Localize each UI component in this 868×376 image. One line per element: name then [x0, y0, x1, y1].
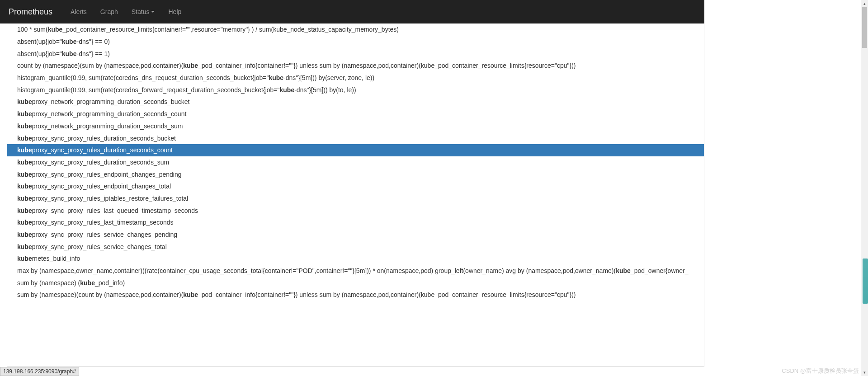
autocomplete-item[interactable]: absent(up{job="kube-dns"} == 0) [7, 36, 704, 48]
autocomplete-item[interactable]: kubeproxy_sync_proxy_rules_service_chang… [7, 240, 704, 253]
autocomplete-item[interactable]: histogram_quantile(0.99, sum(rate(coredn… [7, 84, 704, 96]
autocomplete-item[interactable]: kubeproxy_sync_proxy_rules_duration_seco… [7, 132, 704, 144]
match-highlight: kube [17, 230, 32, 239]
match-highlight: kube [17, 158, 32, 167]
autocomplete-item[interactable]: kubeproxy_sync_proxy_rules_endpoint_chan… [7, 180, 704, 193]
match-highlight: kube [17, 242, 32, 251]
autocomplete-dropdown[interactable]: 100 * sum(kube_pod_container_resource_li… [7, 24, 704, 367]
brand[interactable]: Prometheus [7, 7, 59, 17]
match-highlight: kube [62, 49, 77, 58]
autocomplete-item[interactable]: kubeproxy_sync_proxy_rules_last_timestam… [7, 216, 704, 229]
match-highlight: kube [17, 218, 32, 227]
match-highlight: kube [183, 290, 198, 299]
nav-item-status[interactable]: Status [125, 1, 162, 22]
autocomplete-item[interactable]: 100 * sum(kube_pod_container_resource_li… [7, 24, 704, 36]
autocomplete-item[interactable]: kubeproxy_network_programming_duration_s… [7, 96, 704, 108]
match-highlight: kube [17, 134, 32, 143]
scroll-track[interactable] [861, 7, 868, 369]
status-url: 139.198.166.235:9090/graph# [3, 368, 76, 375]
chevron-down-icon [151, 11, 155, 13]
match-highlight: kube [48, 25, 63, 34]
autocomplete-item[interactable]: kubeproxy_network_programming_duration_s… [7, 108, 704, 120]
autocomplete-item[interactable]: kubeproxy_sync_proxy_rules_service_chang… [7, 229, 704, 241]
autocomplete-item[interactable]: count by (namespace)(sum by (namespace,p… [7, 60, 704, 72]
match-highlight: kube [17, 97, 32, 106]
match-highlight: kube [17, 170, 32, 179]
browser-scrollbar[interactable]: ▴ ▾ [861, 0, 868, 376]
autocomplete-item[interactable]: kubeproxy_sync_proxy_rules_duration_seco… [7, 144, 704, 156]
match-highlight: kube [62, 37, 77, 46]
autocomplete-item[interactable]: kubeproxy_sync_proxy_rules_iptables_rest… [7, 193, 704, 205]
match-highlight: kube [17, 146, 32, 155]
match-highlight: kube [17, 254, 32, 263]
autocomplete-item[interactable]: sum by (namespace) (kube_pod_info) [7, 277, 704, 289]
autocomplete-item[interactable]: kubeproxy_sync_proxy_rules_endpoint_chan… [7, 168, 704, 180]
nav-item-alerts[interactable]: Alerts [64, 1, 94, 22]
match-highlight: kube [17, 206, 32, 215]
match-highlight: kube [17, 194, 32, 203]
match-highlight: kube [80, 278, 95, 287]
browser-status-bar: 139.198.166.235:9090/graph# [0, 367, 79, 376]
autocomplete-item[interactable]: max by (namespace,owner_name,container)(… [7, 265, 704, 277]
match-highlight: kube [17, 182, 32, 191]
match-highlight: kube [183, 61, 198, 70]
scroll-thumb[interactable] [862, 7, 867, 48]
autocomplete-item[interactable]: kubernetes_build_info [7, 253, 704, 265]
scroll-down-icon[interactable]: ▾ [861, 369, 868, 376]
nav-item-help[interactable]: Help [161, 1, 188, 22]
navbar: Prometheus AlertsGraphStatusHelp [0, 0, 704, 24]
autocomplete-item[interactable]: sum by (namespace)(count by (namespace,p… [7, 289, 704, 301]
match-highlight: kube [269, 73, 283, 82]
match-highlight: kube [17, 109, 32, 118]
autocomplete-item[interactable]: histogram_quantile(0.99, sum(rate(coredn… [7, 72, 704, 84]
scroll-up-icon[interactable]: ▴ [861, 0, 868, 7]
inner-scroll-indicator [863, 258, 868, 304]
watermark: CSDN @富士康质检员张全蛋 [782, 367, 859, 375]
autocomplete-item[interactable]: kubeproxy_sync_proxy_rules_last_queued_t… [7, 204, 704, 216]
match-highlight: kube [616, 266, 631, 275]
autocomplete-item[interactable]: kubeproxy_sync_proxy_rules_duration_seco… [7, 156, 704, 169]
autocomplete-item[interactable]: absent(up{job="kube-dns"} == 1) [7, 47, 704, 60]
nav-item-graph[interactable]: Graph [94, 1, 125, 22]
autocomplete-item[interactable]: kubeproxy_network_programming_duration_s… [7, 120, 704, 132]
content: 100 * sum(kube_pod_container_resource_li… [0, 24, 704, 367]
match-highlight: kube [17, 122, 32, 131]
match-highlight: kube [280, 85, 295, 94]
